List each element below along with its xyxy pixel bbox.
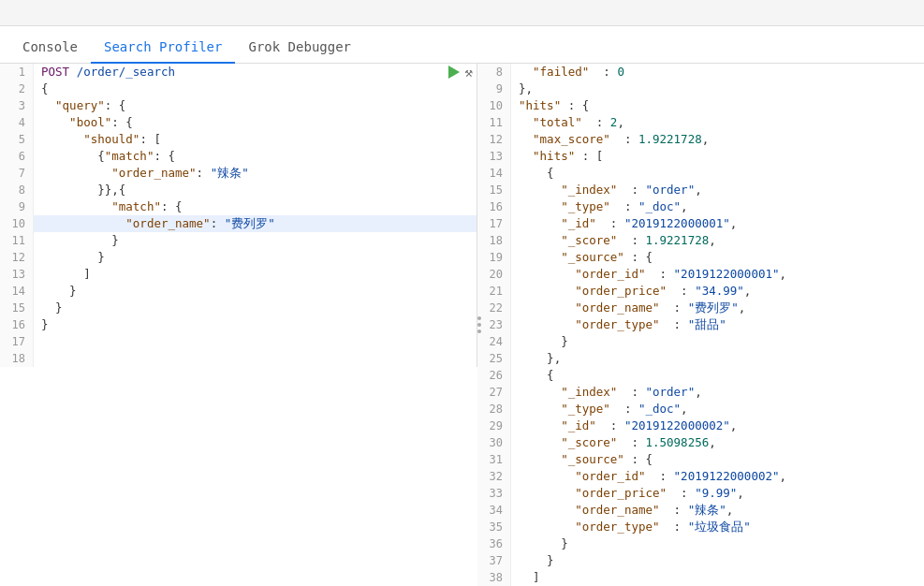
line-content[interactable]: }},{ (34, 182, 477, 198)
output-line-content: "_index" : "order", (511, 182, 924, 198)
line-content[interactable]: "match": { (34, 198, 477, 215)
line-content[interactable]: { (34, 81, 477, 97)
output-line: 9}, (477, 81, 924, 97)
settings-icon[interactable]: ⚒ (465, 64, 473, 81)
output-line-number: 36 (477, 535, 511, 552)
tab-grok-debugger[interactable]: Grok Debugger (235, 32, 364, 64)
output-line-content: "_score" : 1.9221728, (511, 232, 924, 249)
line-number: 13 (0, 266, 34, 283)
output-line-content: { (511, 165, 924, 182)
output-line: 8 "failed" : 0 (477, 64, 924, 81)
output-line-content: "order_id" : "2019122000002", (511, 468, 924, 485)
output-line-content: "hits" : { (511, 97, 924, 114)
output-line-number: 23 (477, 316, 511, 333)
output-line-content: }, (511, 350, 924, 367)
output-line: 18 "_score" : 1.9221728, (477, 232, 924, 249)
code-line: 18 (0, 350, 477, 367)
output-line: 31 "_source" : { (477, 451, 924, 468)
line-content[interactable] (34, 333, 477, 350)
output-line-number: 28 (477, 401, 511, 418)
line-content[interactable]: {"match": { (34, 148, 477, 165)
output-line: 13 "hits" : [ (477, 148, 924, 165)
code-line: 4 "bool": { (0, 114, 477, 131)
output-line-content: "hits" : [ (511, 148, 924, 165)
output-line: 33 "order_price" : "9.99", (477, 485, 924, 502)
output-line-number: 9 (477, 81, 511, 97)
code-line: 6 {"match": { (0, 148, 477, 165)
line-number: 1 (0, 64, 34, 81)
line-number: 8 (0, 182, 34, 198)
line-number: 18 (0, 350, 34, 367)
line-number: 15 (0, 300, 34, 316)
line-content[interactable]: } (34, 249, 477, 266)
output-line-number: 14 (477, 165, 511, 182)
output-line-content: "order_id" : "2019122000001", (511, 266, 924, 283)
output-line-content: } (511, 333, 924, 350)
code-line: 1POST /order/_search⚒ (0, 64, 477, 81)
line-content[interactable]: "should": [ (34, 131, 477, 148)
output-line-content: } (511, 552, 924, 569)
output-line: 19 "_source" : { (477, 249, 924, 266)
code-line: 5 "should": [ (0, 131, 477, 148)
output-line: 24 } (477, 333, 924, 350)
output-line-number: 11 (477, 114, 511, 131)
output-line: 25 }, (477, 350, 924, 367)
tab-search-profiler[interactable]: Search Profiler (91, 32, 235, 64)
line-content[interactable]: } (34, 300, 477, 316)
code-line: 8 }},{ (0, 182, 477, 198)
line-number: 3 (0, 97, 34, 114)
output-line-number: 12 (477, 131, 511, 148)
output-line-number: 38 (477, 569, 511, 586)
line-content[interactable]: ] (34, 266, 477, 283)
line-number: 10 (0, 215, 34, 232)
code-line: 16} (0, 316, 477, 333)
output-line-number: 32 (477, 468, 511, 485)
output-line: 28 "_type" : "_doc", (477, 401, 924, 418)
output-line-content: "_score" : 1.5098256, (511, 434, 924, 451)
output-line-content: "order_price" : "9.99", (511, 485, 924, 502)
line-content[interactable]: } (34, 232, 477, 249)
tab-console[interactable]: Console (9, 32, 91, 64)
output-line-content: "order_type" : "甜品" (511, 316, 924, 333)
output-line-number: 29 (477, 418, 511, 434)
resize-handle[interactable] (477, 316, 481, 333)
output-line-number: 33 (477, 485, 511, 502)
line-content[interactable]: "order_name": "费列罗" (34, 215, 477, 232)
line-number: 6 (0, 148, 34, 165)
line-content[interactable]: } (34, 316, 477, 333)
line-content[interactable]: "order_name": "辣条" (34, 165, 477, 182)
output-line: 11 "total" : 2, (477, 114, 924, 131)
left-panel: 1POST /order/_search⚒2{3 "query": {4 "bo… (0, 64, 477, 367)
output-line: 26 { (477, 367, 924, 384)
output-line-content: "max_score" : 1.9221728, (511, 131, 924, 148)
output-line: 21 "order_price" : "34.99", (477, 283, 924, 300)
output-line-content: "_source" : { (511, 451, 924, 468)
output-line: 34 "order_name" : "辣条", (477, 502, 924, 519)
line-content[interactable]: "query": { (34, 97, 477, 114)
output-line-content: "_type" : "_doc", (511, 198, 924, 215)
output-editor: 8 "failed" : 09},10"hits" : {11 "total" … (477, 64, 924, 586)
output-line-content: "order_price" : "34.99", (511, 283, 924, 300)
output-line-content: "_type" : "_doc", (511, 401, 924, 418)
code-line: 17 (0, 333, 477, 350)
output-line-number: 8 (477, 64, 511, 81)
output-line-number: 22 (477, 300, 511, 316)
code-line: 3 "query": { (0, 97, 477, 114)
output-line-number: 21 (477, 283, 511, 300)
output-line-number: 16 (477, 198, 511, 215)
output-line-number: 27 (477, 384, 511, 401)
code-line: 12 } (0, 249, 477, 266)
output-line: 22 "order_name" : "费列罗", (477, 300, 924, 316)
output-line: 30 "_score" : 1.5098256, (477, 434, 924, 451)
code-line: 13 ] (0, 266, 477, 283)
line-content[interactable]: "bool": { (34, 114, 477, 131)
code-line: 10 "order_name": "费列罗" (0, 215, 477, 232)
output-line: 12 "max_score" : 1.9221728, (477, 131, 924, 148)
output-line-number: 25 (477, 350, 511, 367)
line-content[interactable]: } (34, 283, 477, 300)
run-button[interactable] (448, 66, 460, 79)
line-number: 12 (0, 249, 34, 266)
line-content: POST /order/_search⚒ (34, 64, 477, 81)
line-content[interactable] (34, 350, 477, 367)
output-line: 27 "_index" : "order", (477, 384, 924, 401)
